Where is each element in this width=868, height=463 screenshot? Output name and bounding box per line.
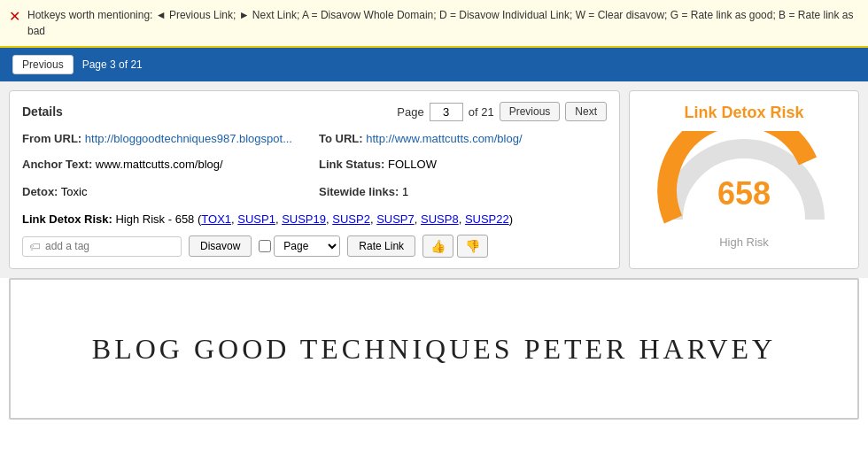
gauge-label: High Risk: [719, 235, 769, 249]
anchor-row: Anchor Text: www.mattcutts.com/blog/: [22, 158, 310, 171]
risk-tag-susp19[interactable]: SUSP19: [282, 212, 326, 226]
anchor-value: www.mattcutts.com/blog/: [96, 158, 223, 171]
page-checkbox[interactable]: [259, 240, 271, 252]
error-icon: ✕: [9, 8, 20, 25]
to-url-row: To URL: http://www.mattcutts.com/blog/: [319, 132, 607, 145]
anchor-label: Anchor Text:: [22, 158, 92, 171]
thumbs-up-button[interactable]: 👍: [422, 235, 453, 258]
hotkeys-bar: ✕ Hotkeys worth mentioning: ◄ Previous L…: [0, 0, 868, 48]
risk-tag-susp22[interactable]: SUSP22: [465, 212, 509, 226]
detox-row: Detox: Toxic: [22, 185, 310, 198]
to-url-label: To URL:: [319, 132, 363, 145]
iframe-area: BLOG GOOD TECHNIQUES PETER HARVEY: [9, 278, 859, 420]
page-select-wrap: Page: [259, 235, 340, 257]
risk-tag-tox1[interactable]: TOX1: [201, 212, 231, 226]
gauge-container: 658: [655, 131, 833, 228]
prev-button[interactable]: Previous: [500, 102, 561, 121]
risk-row: Link Detox Risk: High Risk - 658 (TOX1, …: [22, 212, 607, 226]
page-select[interactable]: Page: [274, 235, 340, 257]
blog-preview-title: BLOG GOOD TECHNIQUES PETER HARVEY: [74, 297, 794, 401]
detox-grid: Detox: Toxic Sitewide links: 1: [22, 185, 607, 205]
from-url-link[interactable]: http://bloggoodtechniques987.blogspot...: [85, 132, 292, 145]
risk-tag-susp1[interactable]: SUSP1: [237, 212, 275, 226]
of-total: of 21: [469, 105, 494, 119]
from-url-row: From URL: http://bloggoodtechniques987.b…: [22, 132, 310, 145]
nav-previous-button[interactable]: Previous: [12, 55, 74, 74]
risk-value: High Risk - 658: [115, 212, 194, 226]
disavow-button[interactable]: Disavow: [189, 235, 252, 257]
detox-label: Detox:: [22, 185, 58, 198]
risk-tag-susp2[interactable]: SUSP2: [332, 212, 370, 226]
link-status-label: Link Status:: [319, 158, 384, 171]
link-status-row: Link Status: FOLLOW: [319, 158, 607, 171]
risk-tag-susp7[interactable]: SUSP7: [376, 212, 415, 226]
next-button[interactable]: Next: [565, 102, 607, 121]
hotkeys-text: Hotkeys worth mentioning: ◄ Previous Lin…: [27, 7, 859, 39]
thumbs-down-button[interactable]: 👎: [457, 235, 488, 258]
tag-input-wrap: 🏷: [22, 236, 182, 257]
link-status-value: FOLLOW: [388, 158, 437, 171]
main-area: Details Page of 21 Previous Next From UR…: [0, 81, 868, 278]
tag-icon: 🏷: [29, 240, 41, 253]
to-url-link[interactable]: http://www.mattcutts.com/blog/: [366, 132, 522, 145]
url-grid: From URL: http://bloggoodtechniques987.b…: [22, 132, 607, 178]
page-label: Page: [397, 105, 423, 119]
pagination: Page of 21 Previous Next: [397, 102, 607, 121]
detox-value: Toxic: [61, 185, 88, 198]
details-panel: Details Page of 21 Previous Next From UR…: [9, 90, 620, 269]
page-input[interactable]: [430, 103, 463, 121]
gauge-score: 658: [717, 175, 771, 212]
details-title: Details: [22, 104, 63, 119]
nav-page-info: Page 3 of 21: [82, 58, 143, 71]
sitewide-value: 1: [402, 185, 408, 198]
nav-bar: Previous Page 3 of 21: [0, 48, 868, 81]
thumb-wrap: 👍 👎: [422, 235, 488, 258]
risk-panel-title: Link Detox Risk: [684, 104, 803, 122]
risk-tag-susp8[interactable]: SUSP8: [421, 212, 459, 226]
tag-input[interactable]: [45, 240, 160, 252]
sitewide-row: Sitewide links: 1: [319, 185, 607, 198]
risk-panel: Link Detox Risk 658 High Risk: [629, 90, 859, 269]
details-header: Details Page of 21 Previous Next: [22, 102, 607, 121]
from-url-label: From URL:: [22, 132, 81, 145]
risk-label: Link Detox Risk:: [22, 212, 112, 226]
rate-link-button[interactable]: Rate Link: [347, 235, 415, 257]
action-bar: 🏷 Disavow Page Rate Link 👍 👎: [22, 235, 607, 258]
sitewide-label: Sitewide links:: [319, 185, 399, 198]
